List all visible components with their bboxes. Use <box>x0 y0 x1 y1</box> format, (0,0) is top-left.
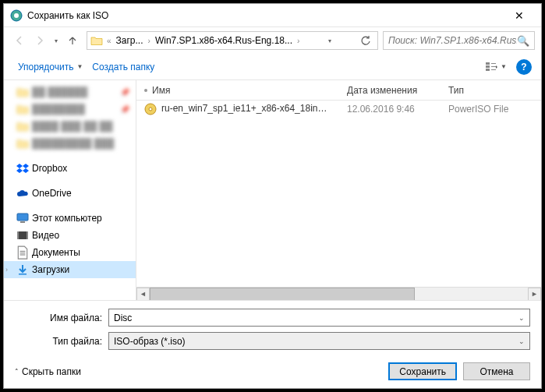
svg-rect-14 <box>20 253 26 253</box>
path-segment[interactable]: Загр... <box>114 34 146 48</box>
iso-icon <box>144 103 157 115</box>
pc-icon <box>16 212 29 224</box>
sidebar-item[interactable]: ›Загрузки <box>4 261 136 278</box>
folder-icon <box>90 35 103 46</box>
body: ██ ██████📌████████📌████ ███ ██ █████████… <box>4 80 541 300</box>
pin-icon: 📌 <box>120 105 129 114</box>
svg-point-1 <box>14 13 19 18</box>
filetype-combo[interactable]: ISO-образ (*.iso) ⌄ <box>108 332 530 350</box>
svg-rect-7 <box>491 69 496 70</box>
folder-icon <box>16 103 29 115</box>
svg-point-18 <box>149 108 152 111</box>
sidebar-item[interactable]: OneDrive <box>4 185 136 202</box>
filename-combo[interactable]: ⌄ <box>108 309 530 327</box>
chevron-down-icon[interactable]: ⌄ <box>518 314 525 322</box>
file-area[interactable]: ru-en_win7_sp1_ie11+_x86-x64_18in1_acti.… <box>136 101 541 287</box>
folder-icon <box>16 137 29 150</box>
file-row[interactable]: ru-en_win7_sp1_ie11+_x86-x64_18in1_acti.… <box>136 101 541 118</box>
nav-history-dropdown[interactable]: ▾ <box>51 31 62 50</box>
save-button[interactable]: Сохранить <box>388 362 457 380</box>
sidebar-item-label: Этот компьютер <box>32 213 102 224</box>
cancel-button[interactable]: Отмена <box>463 362 530 380</box>
svg-rect-3 <box>486 65 490 68</box>
path-dropdown[interactable]: ▾ <box>324 31 335 50</box>
file-type: PowerISO File <box>441 104 518 115</box>
help-button[interactable]: ? <box>516 59 532 75</box>
sidebar-item[interactable]: ██ ██████📌 <box>4 83 136 101</box>
hide-folders-link[interactable]: ˄ Скрыть папки <box>15 366 81 377</box>
pin-icon: 📌 <box>120 88 129 97</box>
nav-back-button[interactable] <box>10 31 29 50</box>
sidebar-item[interactable]: Видео <box>4 227 136 244</box>
sidebar: ██ ██████📌████████📌████ ███ ██ █████████… <box>4 80 136 300</box>
folder-icon <box>16 120 29 132</box>
sidebar-item[interactable]: ████ ███ ██ ██ <box>4 118 136 135</box>
svg-rect-16 <box>19 274 27 275</box>
window-title: Сохранить как ISO <box>27 10 504 21</box>
sidebar-item-label: Загрузки <box>32 264 69 275</box>
horizontal-scrollbar[interactable]: ◄ ► <box>136 287 541 300</box>
svg-rect-5 <box>491 63 496 64</box>
navbar: ▾ « Загр... › Win7.SP1.x86-x64.Rus-Eng.1… <box>4 27 541 54</box>
folder-icon <box>16 86 29 98</box>
scroll-left-button[interactable]: ◄ <box>136 288 150 301</box>
sidebar-item-label: █████████ ███ <box>32 138 114 149</box>
chevron-down-icon: ▼ <box>76 63 83 70</box>
dropbox-icon <box>16 162 29 175</box>
breadcrumb-path[interactable]: « Загр... › Win7.SP1.x86-x64.Rus-Eng.18.… <box>87 31 378 50</box>
sidebar-item[interactable]: █████████ ███ <box>4 135 136 152</box>
svg-rect-13 <box>20 251 26 252</box>
col-date[interactable]: Дата изменения <box>339 80 441 100</box>
filename-label: Имя файла: <box>15 313 108 323</box>
sidebar-item-label: ██ ██████ <box>32 87 87 97</box>
svg-rect-2 <box>486 62 490 65</box>
toolbar: Упорядочить ▼ Создать папку ▼ ? <box>4 54 541 80</box>
nav-up-button[interactable] <box>63 31 82 50</box>
filetype-value: ISO-образ (*.iso) <box>114 336 518 347</box>
onedrive-icon <box>16 187 29 200</box>
chevron-right-icon[interactable]: › <box>297 37 299 45</box>
path-segment[interactable]: Win7.SP1.x86-x64.Rus-Eng.18... <box>153 34 295 48</box>
sidebar-item-label: OneDrive <box>32 188 72 199</box>
sidebar-item[interactable]: Dropbox <box>4 160 136 177</box>
new-folder-button[interactable]: Создать папку <box>87 58 159 76</box>
chevron-down-icon[interactable]: ⌄ <box>518 337 525 345</box>
filetype-label: Тип файла: <box>15 336 108 347</box>
sidebar-item-label: ████████ <box>32 104 85 115</box>
scroll-right-button[interactable]: ► <box>528 288 541 301</box>
svg-rect-6 <box>491 66 496 67</box>
search-box[interactable]: 🔍 <box>383 31 535 50</box>
svg-rect-4 <box>486 69 490 71</box>
file-name: ru-en_win7_sp1_ie11+_x86-x64_18in1_acti.… <box>161 103 339 114</box>
col-name[interactable]: Имя <box>136 80 339 100</box>
docs-icon <box>16 246 29 259</box>
sidebar-item[interactable]: ████████📌 <box>4 101 136 118</box>
svg-rect-10 <box>17 231 28 239</box>
sidebar-item-label: Документы <box>32 247 80 258</box>
view-options-button[interactable]: ▼ <box>483 58 508 76</box>
close-button[interactable]: ✕ <box>504 5 535 26</box>
footer: Имя файла: ⌄ Тип файла: ISO-образ (*.iso… <box>4 300 541 388</box>
save-dialog: Сохранить как ISO ✕ ▾ « Загр... › Win7.S… <box>3 3 542 389</box>
col-type[interactable]: Тип <box>441 80 518 100</box>
expand-icon[interactable]: › <box>5 266 8 274</box>
video-icon <box>16 229 29 242</box>
nav-forward-button[interactable] <box>30 31 49 50</box>
svg-rect-12 <box>27 231 28 239</box>
search-icon[interactable]: 🔍 <box>517 35 529 47</box>
chevron-right-icon[interactable]: › <box>148 37 150 45</box>
filename-input[interactable] <box>114 313 518 323</box>
search-input[interactable] <box>388 35 517 46</box>
sidebar-item[interactable]: Этот компьютер <box>4 210 136 227</box>
file-date: 12.06.2016 9:46 <box>339 104 441 115</box>
organize-button[interactable]: Упорядочить ▼ <box>13 58 87 76</box>
chevron-down-icon: ▼ <box>501 63 507 70</box>
titlebar: Сохранить как ISO ✕ <box>4 4 541 27</box>
refresh-button[interactable] <box>357 35 374 46</box>
chevron-right-icon: « <box>107 37 111 45</box>
sidebar-item-label: Dropbox <box>32 163 67 174</box>
svg-rect-9 <box>20 221 25 223</box>
sidebar-item[interactable]: Документы <box>4 244 136 261</box>
scroll-thumb[interactable] <box>150 288 415 301</box>
app-icon <box>10 9 23 22</box>
